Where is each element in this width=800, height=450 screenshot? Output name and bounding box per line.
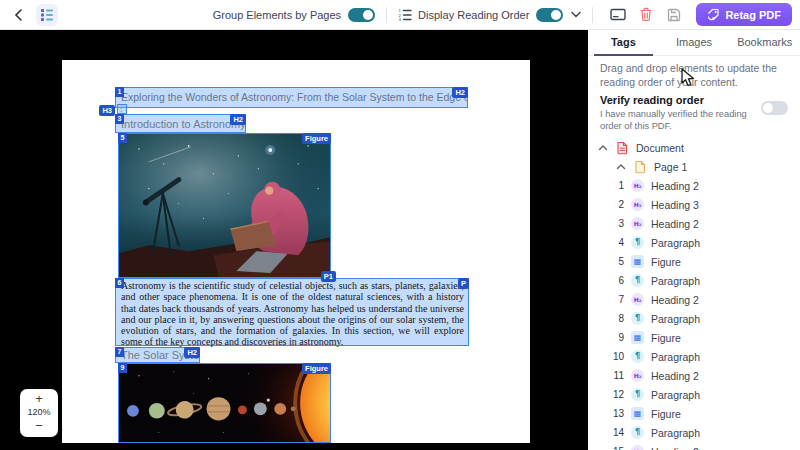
solar-system-photo bbox=[119, 364, 330, 442]
verify-reading-order-section: Verify reading order I have manually ver… bbox=[600, 94, 788, 132]
tag-badge-p1: P1 bbox=[321, 271, 336, 282]
tree-item[interactable]: 1 H₂ Heading 2 bbox=[588, 176, 800, 195]
retag-icon bbox=[707, 8, 720, 21]
numbered-list-icon: 123 bbox=[398, 8, 412, 22]
chevron-down-icon bbox=[571, 11, 581, 18]
tree-item[interactable]: 8 ¶ Paragraph bbox=[588, 309, 800, 328]
tagged-element-intro-heading[interactable]: 3 Introduction to Astronomy H2 bbox=[115, 114, 246, 133]
tab-tags[interactable]: Tags bbox=[588, 30, 659, 55]
tag-type-icon: H₂ bbox=[631, 179, 644, 192]
tree-item[interactable]: 15 H₂ Heading 2 bbox=[588, 442, 800, 450]
tagged-element-figure-stargazer[interactable]: 5 Figure P1 bbox=[118, 133, 331, 278]
chevron-left-icon bbox=[14, 9, 23, 21]
preview-screen-icon bbox=[610, 8, 626, 22]
tree-item-number: 12 bbox=[588, 389, 624, 400]
tree-item-label: Heading 2 bbox=[651, 294, 699, 306]
tree-item[interactable]: 5 ▦ Figure bbox=[588, 252, 800, 271]
tree-item[interactable]: 14 ¶ Paragraph bbox=[588, 423, 800, 442]
tree-item[interactable]: 3 H₂ Heading 2 bbox=[588, 214, 800, 233]
tag-type-icon: H₂ bbox=[631, 445, 644, 450]
verify-title: Verify reading order bbox=[600, 94, 788, 107]
tree-item[interactable]: 2 H₃ Heading 3 bbox=[588, 195, 800, 214]
tag-badge-h2: H2 bbox=[184, 347, 200, 358]
tree-item-number: 1 bbox=[588, 180, 624, 191]
tagged-element-solar-heading[interactable]: 7 The Solar System H2 bbox=[115, 347, 200, 363]
page-icon bbox=[633, 160, 647, 174]
toolbar: Group Elements by Pages 123 Display Read… bbox=[0, 0, 800, 30]
save-icon bbox=[667, 8, 681, 22]
tree-node-document[interactable]: Document bbox=[588, 138, 800, 157]
tree-item-number: 8 bbox=[588, 313, 624, 324]
tree-node-label: Page 1 bbox=[654, 161, 687, 173]
tag-badge-h3: H3 bbox=[99, 105, 115, 116]
tab-images[interactable]: Images bbox=[659, 30, 730, 55]
tagged-element-title[interactable]: 1 Exploring the Wonders of Astronomy: Fr… bbox=[115, 87, 468, 108]
tag-type-icon: ▦ bbox=[631, 331, 644, 344]
zoom-in-button[interactable]: + bbox=[20, 392, 58, 406]
tagged-element-figure-planets[interactable]: 9 Figure bbox=[118, 363, 331, 443]
toolbar-divider bbox=[592, 7, 593, 23]
tree-item[interactable]: 10 ¶ Paragraph bbox=[588, 347, 800, 366]
group-elements-toggle[interactable] bbox=[348, 8, 375, 22]
tree-item-number: 4 bbox=[588, 237, 624, 248]
tree-items: 1 H₂ Heading 2 2 H₃ Heading 3 3 H₂ Headi… bbox=[588, 176, 800, 450]
tree-node-page[interactable]: Page 1 bbox=[588, 157, 800, 176]
tag-type-icon: ¶ bbox=[631, 312, 644, 325]
tree-item-label: Paragraph bbox=[651, 389, 700, 401]
display-reading-order-toggle[interactable] bbox=[536, 8, 563, 22]
back-button[interactable] bbox=[10, 7, 26, 23]
tag-type-icon: ¶ bbox=[631, 274, 644, 287]
document-title-text: Exploring the Wonders of Astronomy: From… bbox=[116, 88, 467, 107]
trash-icon bbox=[639, 7, 653, 22]
tree-item-label: Heading 2 bbox=[651, 446, 699, 450]
tree-node-label: Document bbox=[636, 142, 684, 154]
stargazer-photo bbox=[119, 134, 330, 277]
retag-pdf-button[interactable]: Retag PDF bbox=[696, 3, 792, 26]
tree-item-number: 11 bbox=[588, 370, 624, 381]
reading-order-badge: 3 bbox=[115, 114, 124, 124]
tagged-element-fragment[interactable]: H3 : bbox=[117, 104, 127, 114]
tree-item-label: Figure bbox=[651, 408, 681, 420]
reading-order-badge: 7 bbox=[115, 347, 124, 357]
tree-item-number: 3 bbox=[588, 218, 624, 229]
verify-toggle[interactable] bbox=[761, 101, 788, 115]
tree-item[interactable]: 7 H₂ Heading 2 bbox=[588, 290, 800, 309]
tree-item[interactable]: 11 H₂ Heading 2 bbox=[588, 366, 800, 385]
tree-item[interactable]: 4 ¶ Paragraph bbox=[588, 233, 800, 252]
svg-text:3: 3 bbox=[399, 17, 402, 22]
tree-item[interactable]: 12 ¶ Paragraph bbox=[588, 385, 800, 404]
intro-heading-text: Introduction to Astronomy bbox=[116, 115, 245, 133]
tree-item-label: Figure bbox=[651, 256, 681, 268]
tree-item-label: Paragraph bbox=[651, 275, 700, 287]
retag-pdf-label: Retag PDF bbox=[725, 9, 781, 21]
paragraph-text: Astronomy is the scientific study of cel… bbox=[116, 279, 468, 348]
tree-item[interactable]: 9 ▦ Figure bbox=[588, 328, 800, 347]
tags-tree: Document Page 1 1 H₂ Heading 2 2 H₃ Head… bbox=[588, 138, 800, 450]
tab-bookmarks[interactable]: Bookmarks bbox=[729, 30, 800, 55]
tree-item-number: 9 bbox=[588, 332, 624, 343]
tag-type-icon: ▦ bbox=[631, 407, 644, 420]
save-button[interactable] bbox=[664, 5, 684, 25]
pdf-page: 1 Exploring the Wonders of Astronomy: Fr… bbox=[62, 60, 530, 443]
tree-item-label: Paragraph bbox=[651, 427, 700, 439]
tree-item-label: Paragraph bbox=[651, 237, 700, 249]
delete-button[interactable] bbox=[636, 5, 656, 25]
tree-item-number: 15 bbox=[588, 446, 624, 450]
reading-order-badge: 6 bbox=[115, 278, 124, 288]
tree-item-label: Paragraph bbox=[651, 313, 700, 325]
group-elements-label: Group Elements by Pages bbox=[213, 9, 341, 21]
tree-item-label: Heading 2 bbox=[651, 218, 699, 230]
tree-item-number: 7 bbox=[588, 294, 624, 305]
reading-order-dropdown[interactable] bbox=[571, 11, 581, 18]
tree-item[interactable]: 6 ¶ Paragraph bbox=[588, 271, 800, 290]
tree-item-number: 13 bbox=[588, 408, 624, 419]
tagged-element-paragraph[interactable]: 6 Astronomy is the scientific study of c… bbox=[115, 278, 469, 346]
sidebar-panel: Tags Images Bookmarks Drag and drop elem… bbox=[588, 30, 800, 450]
tree-item-number: 6 bbox=[588, 275, 624, 286]
toolbar-divider bbox=[386, 7, 387, 23]
document-canvas: 1 Exploring the Wonders of Astronomy: Fr… bbox=[0, 30, 588, 450]
zoom-out-button[interactable]: − bbox=[20, 419, 58, 433]
tree-item[interactable]: 13 ▦ Figure bbox=[588, 404, 800, 423]
reading-order-badge: 1 bbox=[115, 87, 124, 97]
preview-button[interactable] bbox=[608, 5, 628, 25]
